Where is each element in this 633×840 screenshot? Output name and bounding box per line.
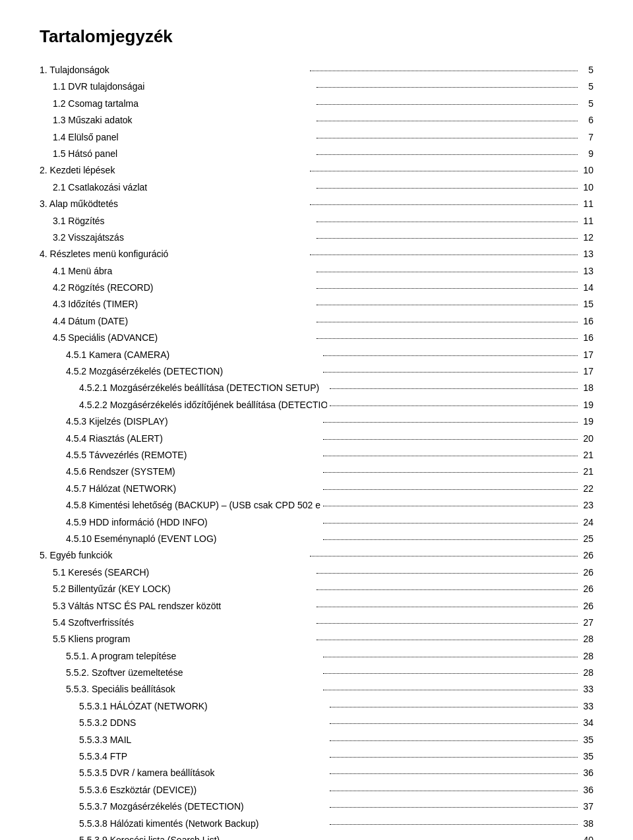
toc-item: 5.5.3.1 HÁLÓZAT (NETWORK) 33 [40,699,593,713]
toc-label: 4.5.6 Rendszer (SYSTEM) [40,464,320,479]
toc-item: 5.5.2. Szoftver üzemeltetése 28 [40,665,593,680]
toc-label: 3. Alap működtetés [40,196,307,211]
toc-page: 23 [580,498,593,512]
toc-item: 4.5.2.2 Mozgásérzékelés időzítőjének beá… [40,398,593,412]
toc-dots [316,188,578,189]
toc-page: 15 [580,297,593,311]
toc-page: 12 [580,230,593,245]
toc-dots [323,439,578,440]
toc-item: 5.5.3.9 Keresési lista (Search List) 40 [40,833,593,840]
toc-label: 5.5.3.8 Hálózati kimentés (Network Backu… [40,816,327,831]
toc-item: 5.1 Keresés (SEARCH) 26 [40,565,593,580]
toc-page: 6 [580,113,593,127]
toc-page: 9 [580,146,593,161]
toc-container: 1. Tulajdonságok 5 1.1 DVR tulajdonságai… [40,63,593,840]
toc-item: 5.5.3.5 DVR / kamera beállítások 36 [40,765,593,780]
toc-page: 20 [580,431,593,446]
toc-label: 1.4 Elülső panel [40,130,314,144]
toc-dots [323,489,578,490]
toc-item: 2.1 Csatlakozási vázlat 10 [40,180,593,195]
toc-item: 5.5.3.6 Eszköztár (DEVICE)) 36 [40,783,593,797]
toc-dots [330,807,578,808]
toc-page: 10 [580,163,593,177]
toc-dots [323,355,578,356]
toc-page: 27 [580,615,593,630]
toc-page: 36 [580,765,593,780]
toc-label: 4.5.3 Kijelzés (DISPLAY) [40,414,320,429]
toc-label: 4.5.7 Hálózat (NETWORK) [40,481,320,496]
toc-item: 4.4 Dátum (DATE) 16 [40,314,593,328]
toc-dots [323,472,578,473]
toc-label: 3.2 Visszajátszás [40,230,314,245]
toc-dots [316,87,578,88]
toc-page: 34 [580,715,593,730]
toc-dots [316,288,578,289]
toc-item: 4.5.10 Eseménynapló (EVENT LOG) 25 [40,531,593,546]
toc-dots [330,405,578,406]
toc-dots [316,305,578,305]
toc-page: 36 [580,783,593,797]
toc-item: 4.5.6 Rendszer (SYSTEM) 21 [40,464,593,479]
toc-label: 4. Részletes menü konfiguráció [40,247,307,261]
toc-label: 1.5 Hátsó panel [40,146,314,161]
toc-dots [330,723,578,724]
toc-label: 5.5.3.7 Mozgásérzékelés (DETECTION) [40,799,327,814]
toc-page: 26 [580,599,593,613]
toc-item: 4.5.1 Kamera (CAMERA) 17 [40,347,593,362]
toc-item: 3. Alap működtetés 11 [40,196,593,211]
toc-dots [323,456,578,456]
toc-page: 13 [580,247,593,261]
toc-item: 5.5.3.2 DDNS 34 [40,715,593,730]
toc-label: 4.5.10 Eseménynapló (EVENT LOG) [40,531,320,546]
toc-dots [330,707,578,707]
toc-dots [316,322,578,322]
toc-label: 4.5.9 HDD információ (HDD INFO) [40,515,320,529]
toc-item: 1.4 Elülső panel 7 [40,130,593,144]
toc-page: 25 [580,531,593,546]
toc-item: 3.2 Visszajátszás 12 [40,230,593,245]
toc-label: 4.5.4 Riasztás (ALERT) [40,431,320,446]
toc-page: 35 [580,749,593,764]
page-title: Tartalomjegyzék [40,26,593,47]
toc-item: 5. Egyéb funkciók 26 [40,548,593,562]
toc-dots [310,204,578,205]
toc-page: 5 [580,96,593,111]
toc-page: 19 [580,398,593,412]
toc-page: 11 [580,214,593,228]
toc-dots [323,523,578,524]
toc-page: 16 [580,330,593,345]
toc-label: 2.1 Csatlakozási vázlat [40,180,314,195]
toc-page: 7 [580,130,593,144]
toc-dots [323,690,578,690]
toc-page: 26 [580,548,593,562]
toc-item: 4.5.9 HDD információ (HDD INFO) 24 [40,515,593,529]
toc-page: 21 [580,448,593,462]
toc-page: 35 [580,733,593,747]
toc-label: 4.3 Időzítés (TIMER) [40,297,314,311]
toc-item: 5.2 Billentyűzár (KEY LOCK) 26 [40,582,593,596]
toc-label: 5. Egyéb funkciók [40,548,307,562]
toc-dots [323,539,578,540]
toc-dots [323,372,578,373]
toc-dots [316,338,578,339]
toc-label: 5.4 Szoftverfrissítés [40,615,314,630]
toc-item: 1. Tulajdonságok 5 [40,63,593,77]
toc-item: 4.2 Rögzítés (RECORD) 14 [40,280,593,295]
toc-label: 5.5.3.3 MAIL [40,733,327,747]
toc-page: 5 [580,63,593,77]
toc-item: 1.1 DVR tulajdonságai 5 [40,79,593,94]
toc-item: 2. Kezdeti lépések 10 [40,163,593,177]
toc-item: 4.5 Speciális (ADVANCE) 16 [40,330,593,345]
toc-dots [330,757,578,758]
toc-label: 4.5.2 Mozgásérzékelés (DETECTION) [40,364,320,378]
toc-page: 40 [580,833,593,840]
toc-label: 5.5.3.2 DDNS [40,715,327,730]
toc-label: 1.1 DVR tulajdonságai [40,79,314,94]
toc-page: 28 [580,665,593,680]
toc-item: 1.3 Műszaki adatok 6 [40,113,593,127]
toc-label: 4.5.1 Kamera (CAMERA) [40,347,320,362]
toc-item: 4. Részletes menü konfiguráció 13 [40,247,593,261]
toc-page: 21 [580,464,593,479]
toc-page: 22 [580,481,593,496]
toc-page: 26 [580,565,593,580]
